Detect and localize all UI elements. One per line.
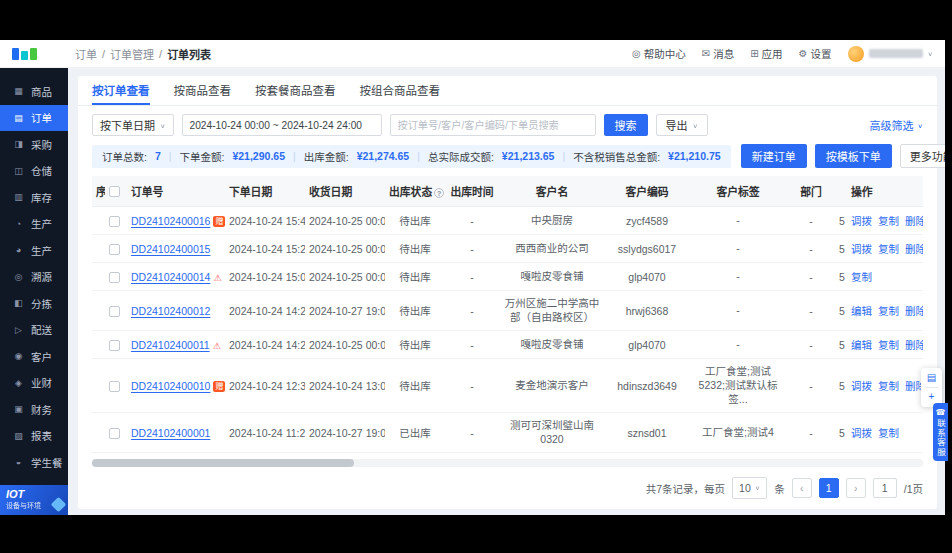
date-range-input[interactable]: 2024-10-24 00:00 ~ 2024-10-24 24:00 [182, 114, 382, 136]
sidebar-label: 仓储 [31, 163, 52, 178]
tab-by-product[interactable]: 按商品查看 [174, 76, 232, 105]
row-checkbox[interactable] [109, 272, 120, 283]
sidebar-item-warehouse[interactable]: ◫仓储 [0, 158, 68, 185]
delete-link[interactable]: 删除 [905, 243, 923, 255]
more-functions-button[interactable]: 更多功能 ∨ [900, 144, 945, 168]
clipped-amount-cell: 5 [835, 207, 847, 235]
summary-label: 不含税销售总金额: [573, 149, 660, 164]
prev-page-button[interactable]: ‹ [792, 478, 812, 498]
order-number-link[interactable]: DD24102400016 [131, 215, 210, 227]
page-jump-input[interactable]: 1 [873, 478, 897, 498]
info-icon[interactable]: ? [434, 188, 444, 198]
breadcrumb-orders[interactable]: 订单 [75, 46, 97, 62]
row-checkbox[interactable] [109, 306, 120, 317]
apps-button[interactable]: ⊞ 应用 [750, 46, 782, 61]
sidebar-label: 分拣 [31, 296, 52, 311]
sidebar-item-business-finance[interactable]: ◈业财 [0, 370, 68, 397]
sidebar-item-inventory[interactable]: ▥库存 [0, 184, 68, 211]
sidebar-item-reports[interactable]: ▨报表 [0, 423, 68, 450]
row-checkbox[interactable] [109, 244, 120, 255]
row-checkbox[interactable] [109, 216, 120, 227]
copy-link[interactable]: 复制 [851, 271, 872, 283]
chevron-down-icon: ∨ [918, 121, 924, 128]
help-center-button[interactable]: ◎ 帮助中心 [632, 46, 686, 61]
copy-link[interactable]: 复制 [878, 339, 899, 351]
row-checkbox[interactable] [109, 340, 120, 351]
transfer-link[interactable]: 调拨 [851, 427, 872, 439]
sidebar-item-trace[interactable]: ◎溯源 [0, 264, 68, 291]
select-all-checkbox[interactable] [109, 186, 120, 197]
sidebar-item-student-meals[interactable]: ◒学生餐 [0, 449, 68, 476]
sidebar-item-purchasing[interactable]: ◨采购 [0, 131, 68, 158]
add-task-icon[interactable]: + [929, 391, 935, 403]
copy-link[interactable]: 复制 [878, 380, 899, 392]
order-number-link[interactable]: DD24102400015 [131, 243, 210, 255]
export-button[interactable]: 导出 ∨ [656, 114, 709, 136]
create-order-button[interactable]: 新建订单 [741, 144, 807, 168]
sidebar-item-orders[interactable]: ▤订单 [0, 105, 68, 132]
receive-date-cell: 2024-10-25 00:00 [305, 207, 385, 235]
student-meals-icon: ◒ [13, 457, 24, 467]
col-status: 出库状态? [385, 176, 445, 207]
date-field-select[interactable]: 按下单日期 ∨ [92, 114, 174, 136]
edit-link[interactable]: 编辑 [851, 305, 872, 317]
page-size-select[interactable]: 10 ∨ [732, 477, 767, 499]
settings-button[interactable]: ⚙ 设置 [799, 46, 832, 61]
copy-link[interactable]: 复制 [878, 215, 899, 227]
sidebar-item-sorting[interactable]: ◧分拣 [0, 290, 68, 317]
template-order-button[interactable]: 按模板下单 [815, 144, 892, 168]
next-page-button[interactable]: › [846, 478, 866, 498]
customer-code-cell: glp4070 [605, 263, 689, 291]
clipped-amount-cell: 5 [835, 359, 847, 413]
advanced-filter-button[interactable]: 高级筛选 ∨ [870, 117, 924, 133]
apps-icon: ⊞ [750, 48, 758, 59]
horizontal-scrollbar[interactable] [92, 459, 923, 467]
scrollbar-thumb[interactable] [92, 459, 354, 467]
sidebar-item-delivery[interactable]: ▷配送 [0, 317, 68, 344]
row-checkbox[interactable] [109, 381, 120, 392]
search-button[interactable]: 搜索 [604, 114, 648, 136]
task-list-icon[interactable]: ▤ [927, 372, 936, 384]
sidebar-item-production-2[interactable]: ◕生产 [0, 237, 68, 264]
user-menu[interactable]: ∨ [848, 46, 934, 62]
copy-link[interactable]: 复制 [878, 243, 899, 255]
breadcrumb-order-management[interactable]: 订单管理 [110, 46, 154, 62]
order-number-link[interactable]: DD24102400001 [131, 427, 210, 439]
sidebar-item-customers[interactable]: ◉客户 [0, 343, 68, 370]
order-number-link[interactable]: DD24102400010 [131, 380, 210, 392]
transfer-link[interactable]: 调拨 [851, 215, 872, 227]
delete-link[interactable]: 删除 [905, 339, 923, 351]
messages-button[interactable]: ✉ 消息 [702, 46, 734, 61]
out-time-cell: - [445, 207, 499, 235]
delete-link[interactable]: 删除 [905, 215, 923, 227]
row-checkbox[interactable] [109, 428, 120, 439]
transfer-link[interactable]: 调拨 [851, 243, 872, 255]
copy-link[interactable]: 复制 [878, 305, 899, 317]
col-seq: 序 [92, 176, 105, 207]
sidebar-item-production-1[interactable]: ◔生产 [0, 211, 68, 238]
sidebar-item-finance[interactable]: ▣财务 [0, 396, 68, 423]
copy-link[interactable]: 复制 [878, 427, 899, 439]
sidebar-item-products[interactable]: ▦商品 [0, 78, 68, 105]
department-cell: - [787, 331, 835, 359]
clipped-amount-cell: 5 [835, 263, 847, 291]
page-1-button[interactable]: 1 [819, 478, 839, 498]
iot-module-button[interactable]: IOT 设备与环境 [0, 485, 68, 515]
table-row: DD24102400011⚠ 2024-10-24 14:21 2024-10-… [92, 331, 923, 359]
apps-label: 应用 [762, 46, 783, 61]
order-number-link[interactable]: DD24102400012 [131, 305, 210, 317]
department-cell: - [787, 263, 835, 291]
tab-by-combo-product[interactable]: 按套餐商品查看 [255, 76, 336, 105]
order-number-link[interactable]: DD24102400014 [131, 271, 210, 283]
search-input[interactable] [390, 114, 596, 136]
order-number-link[interactable]: DD24102400011 [131, 339, 210, 351]
tab-by-order[interactable]: 按订单查看 [92, 76, 150, 105]
transfer-link[interactable]: 调拨 [851, 380, 872, 392]
edit-link[interactable]: 编辑 [851, 339, 872, 351]
customer-tag-cell: - [689, 235, 787, 263]
col-order-date: 下单日期 [225, 176, 305, 207]
delete-link[interactable]: 删除 [905, 305, 923, 317]
orders-table: 序 订单号 下单日期 收货日期 出库状态? 出库时间 客户名 客户编码 客户标签… [92, 176, 923, 453]
contact-support-tab[interactable]: ☎ 联系客服 [933, 403, 948, 461]
tab-by-bundle-product[interactable]: 按组合商品查看 [360, 76, 441, 105]
